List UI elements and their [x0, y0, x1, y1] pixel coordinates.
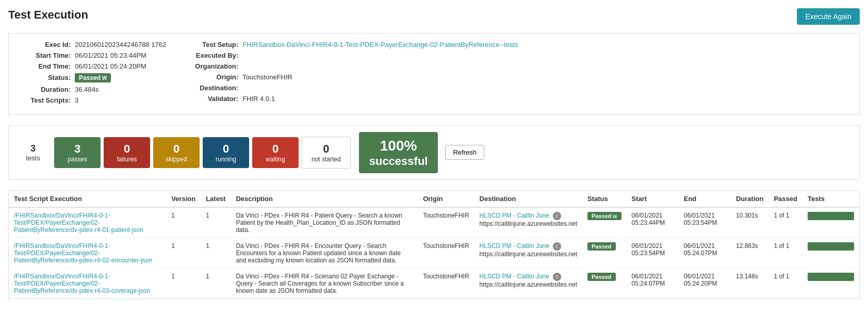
stat-passes: 3 passes: [54, 137, 101, 168]
status-badge: Passed: [587, 242, 616, 251]
destination-url: https://caitlinjune.azurewebsites.net: [480, 251, 577, 258]
cell-duration: 12.863s: [731, 238, 768, 268]
duration-value: 36.484s: [75, 86, 99, 93]
tests-count: 3: [19, 143, 47, 154]
cell-duration: 10.301s: [731, 207, 768, 238]
destination-url: https://caitlinjune.azurewebsites.net: [480, 281, 577, 288]
cell-destination: HLSCD PM - Caitlin June C https://caitli…: [474, 238, 582, 268]
cell-end: 06/01/2021 05:24:07PM: [679, 238, 731, 268]
failures-label: failures: [113, 156, 141, 163]
cell-description: Da Vinci - PDex - FHIR R4 - Patient Quer…: [231, 207, 418, 238]
cell-status: Passed: [582, 238, 627, 268]
col-passed: Passed: [768, 191, 803, 207]
destination-label: Destination:: [187, 84, 238, 92]
stats-bar: 3 tests 3 passes 0 failures 0 skipped 0 …: [8, 125, 860, 180]
cell-duration: 13.148s: [731, 268, 768, 298]
cell-status: Passed: [582, 207, 627, 238]
stat-notstarted: 0 not started: [302, 137, 351, 169]
tests-label: tests: [19, 154, 47, 162]
col-end: End: [679, 191, 731, 207]
destination-url: https://caitlinjune.azurewebsites.net: [480, 220, 577, 227]
stat-failures: 0 failures: [104, 137, 150, 168]
origin-value: TouchstoneFHIR: [242, 73, 292, 81]
execute-again-button[interactable]: Execute Again: [797, 8, 860, 25]
progress-bar: [808, 212, 854, 220]
cell-passed: 1 of 1: [768, 268, 803, 298]
test-scripts-label: Test Scripts:: [19, 96, 71, 104]
progress-bar: [808, 242, 854, 251]
cell-latest: 1: [201, 268, 231, 298]
results-table-section: Test Script Execution Version Latest Des…: [8, 190, 860, 299]
script-link[interactable]: /FHIRSandbox/DaVinci/FHIR4-0-1-Test/PDEX…: [14, 212, 161, 234]
cell-version: 1: [166, 207, 201, 238]
table-row: /FHIRSandbox/DaVinci/FHIR4-0-1-Test/PDEX…: [9, 207, 859, 238]
status-badge: Passed: [587, 273, 616, 281]
cell-origin: TouchstoneFHIR: [418, 268, 474, 298]
cell-latest: 1: [201, 207, 231, 238]
cell-version: 1: [166, 238, 201, 268]
success-box: 100% successful: [359, 132, 438, 173]
refresh-button[interactable]: Refresh: [445, 145, 484, 160]
stat-skipped: 0 skipped: [153, 137, 200, 168]
success-pct: 100%: [369, 137, 428, 155]
table-row: /FHIRSandbox/DaVinci/FHIR4-0-1-Test/PDEX…: [9, 268, 859, 298]
cell-start: 06/01/2021 05:24:07PM: [627, 268, 679, 298]
stat-tests: 3 tests: [15, 139, 51, 166]
col-start: Start: [627, 191, 679, 207]
running-label: running: [212, 156, 240, 163]
stat-waiting: 0 waiting: [252, 137, 299, 168]
destination-link[interactable]: HLSCD PM - Caitlin June C: [480, 273, 577, 281]
status-badge: Passed: [587, 212, 621, 220]
col-tests: Tests: [803, 191, 859, 207]
table-header-row: Test Script Execution Version Latest Des…: [9, 191, 859, 207]
start-time-label: Start Time:: [19, 52, 71, 59]
cell-origin: TouchstoneFHIR: [418, 207, 474, 238]
cell-status: Passed: [582, 268, 627, 298]
notstarted-count: 0: [312, 142, 341, 156]
cell-description: Da Vinci - PDex - FHIR R4 - Scenario 02 …: [231, 268, 418, 298]
progress-bar: [808, 273, 854, 281]
status-badge: Passed: [75, 73, 111, 82]
cell-origin: TouchstoneFHIR: [418, 238, 474, 268]
duration-label: Duration:: [19, 86, 71, 93]
cell-script: /FHIRSandbox/DaVinci/FHIR4-0-1-Test/PDEX…: [9, 268, 166, 298]
script-link[interactable]: /FHIRSandbox/DaVinci/FHIR4-0-1-Test/PDEX…: [14, 242, 161, 264]
exec-id-value: 20210601202344246788 1762: [75, 41, 166, 48]
origin-label: Origin:: [187, 73, 238, 81]
skipped-label: skipped: [162, 156, 190, 163]
organization-label: Organization:: [187, 62, 238, 70]
col-origin: Origin: [418, 191, 474, 207]
cell-end: 06/01/2021 05:24:20PM: [679, 268, 731, 298]
col-script: Test Script Execution: [9, 191, 166, 207]
script-link[interactable]: /FHIRSandbox/DaVinci/FHIR4-0-1-Test/PDEX…: [14, 273, 161, 294]
test-setup-link[interactable]: FHIRSandbox-DaVinci-FHIR4-0-1-Test-PDEX-…: [242, 41, 518, 48]
exec-id-label: Exec Id:: [19, 41, 71, 48]
failures-count: 0: [113, 142, 141, 156]
col-latest: Latest: [201, 191, 231, 207]
destination-link[interactable]: HLSCD PM - Caitlin June C: [480, 242, 577, 251]
col-duration: Duration: [731, 191, 768, 207]
cell-script: /FHIRSandbox/DaVinci/FHIR4-0-1-Test/PDEX…: [9, 238, 166, 268]
col-destination: Destination: [474, 191, 582, 207]
table-row: /FHIRSandbox/DaVinci/FHIR4-0-1-Test/PDEX…: [9, 238, 859, 268]
page-header: Test Execution Execute Again: [8, 8, 860, 25]
cell-tests: [803, 268, 859, 298]
success-label: successful: [369, 155, 428, 168]
waiting-count: 0: [261, 142, 289, 156]
col-description: Description: [231, 191, 418, 207]
destination-link[interactable]: HLSCD PM - Caitlin June C: [480, 212, 577, 220]
running-count: 0: [212, 142, 240, 156]
cell-tests: [803, 238, 859, 268]
cell-destination: HLSCD PM - Caitlin June C https://caitli…: [474, 268, 582, 298]
cell-passed: 1 of 1: [768, 238, 803, 268]
meta-right: Test Setup: FHIRSandbox-DaVinci-FHIR4-0-…: [187, 41, 849, 107]
validator-label: Validator:: [187, 95, 238, 103]
waiting-label: waiting: [261, 156, 289, 163]
passes-count: 3: [63, 142, 91, 156]
cell-passed: 1 of 1: [768, 207, 803, 238]
cell-script: /FHIRSandbox/DaVinci/FHIR4-0-1-Test/PDEX…: [9, 207, 166, 238]
stat-running: 0 running: [203, 137, 249, 168]
end-time-value: 06/01/2021 05:24:20PM: [75, 62, 146, 70]
cell-tests: [803, 207, 859, 238]
cell-start: 06/01/2021 05:23:44PM: [627, 207, 679, 238]
